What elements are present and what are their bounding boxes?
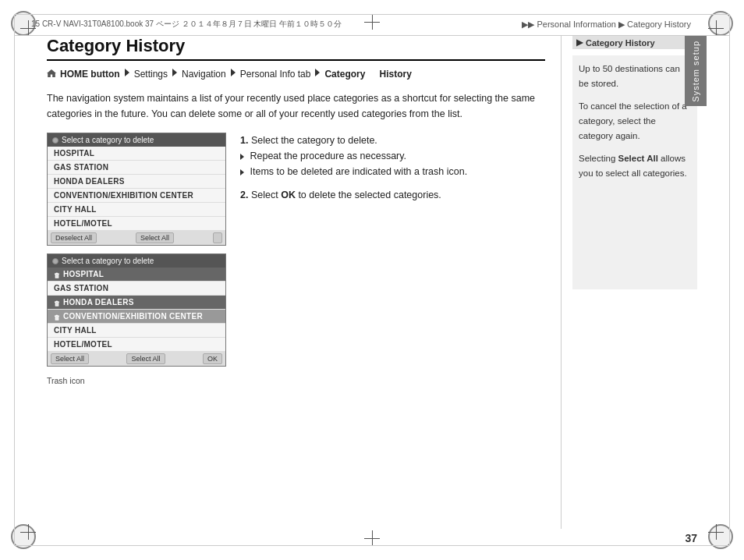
step2-ok: OK — [281, 190, 296, 200]
header-line: ▶▶ Personal Information ▶ Category Histo… — [14, 14, 730, 36]
body-text: The navigation system maintains a list o… — [47, 90, 545, 122]
screen1-title: Select a category to delete — [62, 136, 154, 144]
step1-bullet1-arrow — [240, 154, 244, 160]
trash-icon-4 — [54, 313, 60, 320]
header-breadcrumb-arrow: ▶ — [618, 19, 625, 29]
breadcrumb-arrow-1 — [125, 69, 129, 76]
header-breadcrumb-prefix: ▶▶ — [522, 19, 534, 29]
screen2-btn-select[interactable]: Select All — [126, 353, 165, 364]
screen1-btn-ok[interactable] — [213, 232, 222, 243]
screenshots-column: Select a category to delete HOSPITAL GAS… — [47, 133, 226, 385]
screen2-dot — [52, 258, 58, 264]
header-breadcrumb: ▶▶ Personal Information ▶ Category Histo… — [522, 19, 691, 30]
screen2-list: HOSPITAL GAS STATION HONDA DEALERS CONVE… — [48, 268, 225, 352]
sidebar-tab: System setup — [685, 36, 707, 106]
screen1-item-2: GAS STATION — [48, 161, 225, 175]
screen2-item-1: HOSPITAL — [48, 268, 225, 282]
sidebar-note-line1: Up to 50 destinations can be stored. — [579, 62, 691, 91]
trash-label: Trash icon — [47, 376, 226, 385]
content-block: Select a category to delete HOSPITAL GAS… — [47, 133, 545, 385]
step2-text1: Select — [251, 190, 278, 200]
breadcrumb-home: HOME button — [60, 69, 120, 80]
home-icon — [47, 69, 56, 77]
step1-num: 1. — [240, 135, 248, 146]
screen2: Select a category to delete HOSPITAL GAS… — [47, 253, 226, 367]
sidebar-note-title-text: Category History — [586, 38, 655, 48]
screen2-item-6: HOTEL/MOTEL — [48, 338, 225, 352]
screen2-btn-ok[interactable]: OK — [203, 353, 222, 364]
breadcrumb-arrow-2 — [172, 69, 177, 76]
breadcrumb-personal-info: Personal Info tab — [240, 69, 311, 80]
screen1-item-4: CONVENTION/EXHIBITION CENTER — [48, 189, 225, 203]
screen2-title: Select a category to delete — [62, 257, 154, 265]
breadcrumb-navigation: Navigation — [182, 69, 226, 80]
screen2-btn-deselect[interactable]: Select All — [51, 353, 89, 364]
page-title: Category History — [47, 36, 545, 61]
screen1-btn-deselect[interactable]: Deselect All — [51, 232, 97, 243]
screen2-footer: Select All Select All OK — [48, 352, 225, 366]
breadcrumb-history: History — [379, 69, 411, 80]
screen1-item-3: HONDA DEALERS — [48, 175, 225, 189]
content-area: Category History HOME button Settings Na… — [47, 36, 697, 529]
sidebar-note-body: Up to 50 destinations can be stored. To … — [572, 55, 697, 289]
screen1-list: HOSPITAL GAS STATION HONDA DEALERS CONVE… — [48, 147, 225, 231]
step1-bullet2-arrow — [240, 169, 244, 175]
screen1-btn-select[interactable]: Select All — [136, 232, 174, 243]
sidebar-note-line2: To cancel the selection of a category, s… — [579, 99, 691, 144]
screen1-item-1: HOSPITAL — [48, 147, 225, 161]
main-content: Category History HOME button Settings Na… — [47, 36, 561, 529]
step1-text: Select the category to delete. — [251, 135, 377, 146]
step1: 1. Select the category to delete. Repeat… — [240, 133, 545, 179]
screen1-item-6: HOTEL/MOTEL — [48, 217, 225, 231]
screen2-header: Select a category to delete — [48, 254, 225, 268]
header-breadcrumb-section: Personal Information — [537, 19, 616, 29]
step1-bullet2: Items to be deleted are indicated with a… — [250, 166, 467, 177]
screen1-item-5: CITY HALL — [48, 203, 225, 217]
step2-text2: to delete the selected categories. — [298, 190, 441, 200]
breadcrumb-settings: Settings — [134, 69, 168, 80]
right-sidebar: System setup ▶ Category History Up to 50… — [561, 36, 697, 529]
sidebar-note-line3: Selecting Select All allows you to selec… — [579, 151, 691, 181]
breadcrumb-arrow-4 — [315, 69, 320, 76]
sidebar-note-icon: ▶ — [576, 37, 583, 48]
trash-icon-3 — [54, 299, 60, 306]
screen1-dot — [52, 137, 58, 144]
header-breadcrumb-page: Category History — [627, 19, 691, 29]
breadcrumb-arrow-3 — [231, 69, 236, 76]
screen2-item-5: CITY HALL — [48, 324, 225, 338]
sidebar-tab-text: System setup — [691, 41, 700, 102]
screen1-footer: Deselect All Select All — [48, 231, 225, 245]
breadcrumb-nav: HOME button Settings Navigation Personal… — [47, 69, 545, 80]
breadcrumb-category: Category — [324, 69, 365, 80]
step2: 2. Select OK to delete the selected cate… — [240, 187, 545, 203]
screen2-item-3: HONDA DEALERS — [48, 296, 225, 310]
step1-bullet1: Repeat the procedure as necessary. — [250, 151, 406, 161]
screen1-header: Select a category to delete — [48, 133, 225, 147]
screen2-item-2: GAS STATION — [48, 282, 225, 296]
page-number: 37 — [685, 532, 697, 544]
sidebar-note-title: ▶ Category History — [572, 36, 697, 49]
screen1: Select a category to delete HOSPITAL GAS… — [47, 133, 226, 246]
step2-num: 2. — [240, 190, 248, 200]
trash-icon-1 — [54, 271, 60, 278]
steps-content: 1. Select the category to delete. Repeat… — [240, 133, 545, 211]
screen2-item-4: CONVENTION/EXHIBITION CENTER — [48, 310, 225, 324]
